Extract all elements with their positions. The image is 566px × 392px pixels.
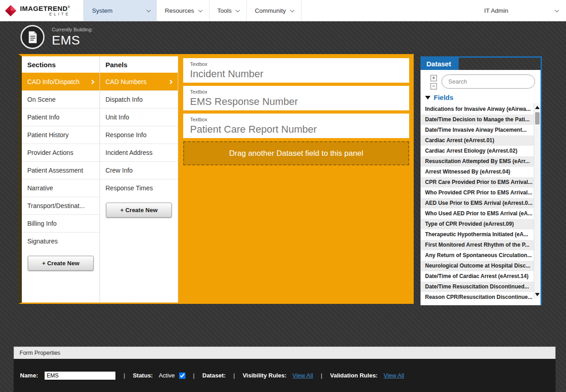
dataset-field-item[interactable]: Date/Time Decision to Manage the Pati... bbox=[421, 114, 541, 125]
dataset-tab[interactable]: Dataset bbox=[421, 58, 459, 70]
user-name: IT Admin bbox=[484, 7, 508, 14]
collapse-all-icon[interactable]: − bbox=[431, 83, 437, 89]
create-panel-button[interactable]: + Create New bbox=[106, 203, 172, 218]
build-stage: Currently Building: EMS Sections CAD Inf… bbox=[0, 21, 566, 392]
chevron-down-icon bbox=[198, 8, 203, 12]
validation-rules-label: Validation Rules: bbox=[330, 372, 378, 379]
form-field-card[interactable]: Textbox Incident Number bbox=[183, 58, 409, 83]
form-field-card[interactable]: Textbox EMS Response Number bbox=[183, 86, 409, 110]
section-item[interactable]: Signatures bbox=[22, 232, 100, 250]
section-item[interactable]: Transport/Destinat... bbox=[22, 197, 100, 214]
build-titles: Currently Building: EMS bbox=[52, 27, 93, 48]
brand-name: IMAGETREND® bbox=[20, 5, 70, 12]
separator: | bbox=[122, 372, 127, 379]
panels-list: CAD Numbers Dispatch Info Unit Info bbox=[100, 73, 178, 197]
dataset-toolbar: + − bbox=[421, 70, 541, 90]
dataset-field-item[interactable]: Arrest Witnessed By (eArrest.04) bbox=[421, 167, 541, 177]
brand-elite: ELITE bbox=[20, 12, 70, 16]
form-document-icon bbox=[20, 25, 45, 49]
status-active-checkbox[interactable] bbox=[179, 372, 185, 379]
separator: | bbox=[319, 372, 324, 379]
dataset-field-item[interactable]: Reason CPR/Resuscitation Discontinue... bbox=[421, 292, 541, 303]
brand-diamond-icon bbox=[5, 5, 17, 17]
chevron-right-icon bbox=[90, 80, 95, 84]
nav-menu-item[interactable]: System bbox=[83, 0, 156, 21]
scroll-up-icon[interactable] bbox=[534, 103, 541, 111]
panels-header: Panels bbox=[100, 56, 178, 73]
section-item[interactable]: CAD Info/Dispatch bbox=[22, 73, 100, 90]
dataset-field-item[interactable]: AED Use Prior to EMS Arrival (eArrest.0.… bbox=[421, 198, 541, 208]
fields-group-header[interactable]: Fields bbox=[421, 90, 541, 104]
separator: | bbox=[231, 372, 236, 379]
form-builder: Sections CAD Info/Dispatch On Scene Pati… bbox=[18, 54, 414, 304]
section-item[interactable]: Provider Actions bbox=[22, 144, 100, 161]
form-field-card[interactable]: Textbox Patient Care Report Number bbox=[183, 114, 409, 138]
form-title: EMS bbox=[52, 33, 93, 48]
nav-menu-item[interactable]: Tools bbox=[209, 0, 247, 21]
panels-column: Panels CAD Numbers Dispatch Info Unit In… bbox=[100, 56, 178, 303]
visibility-rules-label: Visibility Rules: bbox=[243, 372, 287, 379]
dataset-field-item[interactable]: CPR Care Provided Prior to EMS Arrival..… bbox=[421, 177, 541, 188]
dataset-field-item[interactable]: Indications for Invasive Airway (eAirwa.… bbox=[421, 104, 541, 114]
status-value: Active bbox=[159, 372, 175, 379]
dataset-field-item[interactable]: Date/Time Invasive Airway Placement... bbox=[421, 125, 541, 135]
section-item[interactable]: Billing Info bbox=[22, 214, 100, 232]
form-name-input[interactable] bbox=[44, 371, 116, 380]
currently-building-header: Currently Building: EMS bbox=[20, 25, 93, 49]
form-properties-body: Name: | Status: Active | Dataset: | Visi… bbox=[14, 359, 556, 392]
panel-item[interactable]: CAD Numbers bbox=[100, 73, 178, 90]
section-item[interactable]: Patient History bbox=[22, 126, 100, 144]
dataset-panel: Dataset + − Fields Indications for Invas… bbox=[421, 56, 542, 305]
panel-item[interactable]: Incident Address bbox=[100, 144, 178, 161]
dataset-field-item[interactable]: Type of CPR Provided (eArrest.09) bbox=[421, 219, 541, 229]
name-label: Name: bbox=[20, 372, 38, 379]
nav-menu-item[interactable]: Community bbox=[246, 0, 301, 21]
dataset-label: Dataset: bbox=[202, 372, 225, 379]
chevron-down-icon bbox=[555, 8, 559, 12]
section-item[interactable]: Narrative bbox=[22, 179, 100, 197]
validation-view-all-link[interactable]: View All bbox=[384, 372, 404, 379]
dataset-field-list: Indications for Invasive Airway (eAirwa.… bbox=[421, 104, 541, 303]
section-item[interactable]: Patient Info bbox=[22, 108, 100, 126]
panel-item[interactable]: Unit Info bbox=[100, 108, 178, 126]
visibility-view-all-link[interactable]: View All bbox=[292, 372, 313, 379]
brand-text: IMAGETREND® ELITE bbox=[20, 5, 70, 16]
chevron-down-icon bbox=[146, 8, 151, 12]
chevron-down-icon bbox=[235, 8, 240, 12]
dataset-field-item[interactable]: Resuscitation Attempted By EMS (eArr... bbox=[421, 156, 541, 167]
dataset-field-item[interactable]: Date/Time of Cardiac Arrest (eArrest.14) bbox=[421, 271, 541, 282]
sections-header: Sections bbox=[22, 56, 100, 73]
scrollbar-thumb[interactable] bbox=[535, 112, 540, 124]
dataset-field-item[interactable]: Who Provided CPR Prior to EMS Arrival... bbox=[421, 188, 541, 198]
scroll-down-icon[interactable] bbox=[534, 290, 541, 298]
panel-item[interactable]: Dispatch Info bbox=[100, 90, 178, 108]
separator: | bbox=[191, 372, 196, 379]
section-item[interactable]: Patient Assessment bbox=[22, 161, 100, 179]
dataset-field-item[interactable]: Date/Time Resuscitation Discontinued... bbox=[421, 282, 541, 292]
imagetrend-logo[interactable]: IMAGETREND® ELITE bbox=[0, 0, 76, 21]
dataset-field-item[interactable]: Cardiac Arrest (eArrest.01) bbox=[421, 135, 541, 146]
panel-item[interactable]: Response Info bbox=[100, 126, 178, 144]
expand-all-icon[interactable]: + bbox=[431, 75, 437, 81]
chevron-right-icon bbox=[168, 80, 173, 84]
top-navbar: IMAGETREND® ELITE System Resources Tools… bbox=[0, 0, 566, 21]
user-menu[interactable]: IT Admin bbox=[480, 0, 566, 21]
panel-item[interactable]: Response Times bbox=[100, 179, 178, 197]
dataset-field-dropzone[interactable]: Drag another Dataset field to this panel bbox=[183, 141, 409, 165]
dataset-field-item[interactable]: Neurological Outcome at Hospital Disc... bbox=[421, 261, 541, 271]
dataset-field-item[interactable]: Cardiac Arrest Etiology (eArrest.02) bbox=[421, 146, 541, 156]
dataset-field-item[interactable]: First Monitored Arrest Rhythm of the P..… bbox=[421, 240, 541, 250]
currently-building-label: Currently Building: bbox=[52, 27, 93, 32]
dataset-field-item[interactable]: Therapeutic Hypothermia Initiated (eA... bbox=[421, 229, 541, 240]
dataset-field-item[interactable]: Who Used AED Prior to EMS Arrival (eA... bbox=[421, 208, 541, 219]
nav-menu-item[interactable]: Resources bbox=[156, 0, 209, 21]
section-item[interactable]: On Scene bbox=[22, 90, 100, 108]
chevron-down-icon bbox=[290, 8, 295, 12]
panel-canvas: Textbox Incident Number Textbox EMS Resp… bbox=[178, 56, 414, 303]
panel-item[interactable]: Crew Info bbox=[100, 161, 178, 179]
dataset-scrollbar[interactable] bbox=[534, 103, 541, 298]
tree-toggle-buttons: + − bbox=[431, 74, 437, 89]
create-section-button[interactable]: + Create New bbox=[28, 256, 94, 271]
dataset-search-input[interactable] bbox=[441, 74, 535, 89]
dataset-field-item[interactable]: Any Return of Spontaneous Circulation... bbox=[421, 250, 541, 261]
